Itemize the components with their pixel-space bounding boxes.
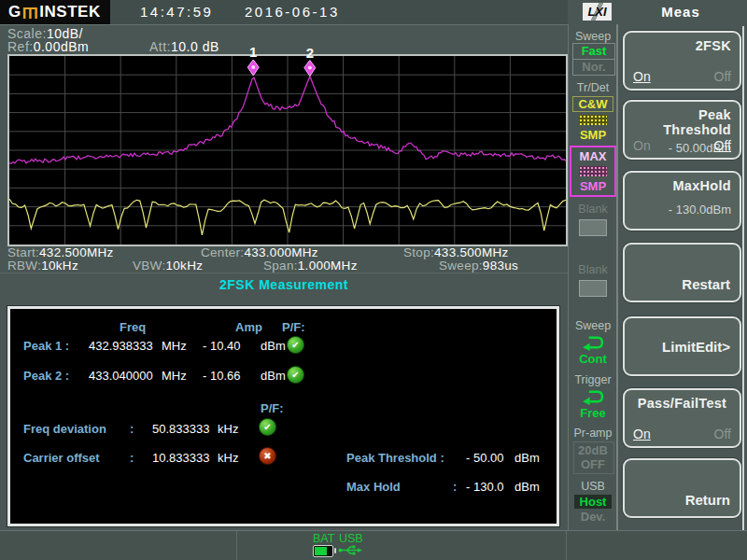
softkey-pass-fail-test[interactable]: Pass/FailTest On Off — [623, 388, 741, 448]
trace1-detector: SMP — [572, 128, 613, 142]
peak2-freq-unit: MHz — [162, 369, 187, 383]
battery-label: BAT — [313, 532, 334, 545]
freq-deviation-label: Freq deviation — [23, 422, 106, 436]
maxhold-value: - 130.0 — [466, 480, 503, 494]
col-header-freq: Freq — [120, 320, 146, 334]
stop-freq: Stop:433.500MHz — [403, 245, 509, 259]
spectrum-display: 12 — [7, 54, 568, 246]
ref-readout: Ref:0.00dBm — [7, 39, 89, 54]
col-header-amp: Amp — [235, 320, 262, 334]
ref-label: Ref: — [7, 39, 34, 54]
center-freq: Center:433.000MHz — [201, 245, 318, 259]
trace2-preview-icon — [579, 166, 607, 176]
att-label: Att: — [149, 39, 171, 54]
logo-g: G — [8, 3, 21, 21]
peak1-freq: 432.938333 — [89, 339, 153, 353]
trace2-indicator-selected: MAX SMP — [570, 146, 616, 197]
peak1-amp-unit: dBm — [261, 339, 286, 353]
trace4-preview-icon — [579, 280, 607, 297]
pf2-header: P/F: — [261, 401, 284, 415]
menu-title: Meas — [618, 4, 743, 20]
top-bar-divider — [0, 24, 568, 25]
sweep-normal: Nor. — [573, 60, 614, 75]
softkey-maxhold-title: MaxHold — [633, 178, 731, 193]
start-freq: Start:432.500MHz — [7, 245, 114, 259]
trace1-preview-icon — [579, 115, 607, 125]
free-run-loop-icon — [580, 389, 606, 405]
trace4-blank-label: Blank — [568, 263, 618, 276]
carrier-offset-unit: kHz — [218, 451, 238, 465]
trace3-blank-label: Blank — [568, 203, 618, 216]
softkey-peak-threshold[interactable]: Peak Threshold - 50.00dBm On Off — [623, 100, 741, 160]
att-value: 10.0 dB — [171, 39, 219, 54]
softkey-limit-edit-label: LimitEdit> — [662, 339, 730, 355]
peak1-label: Peak 1 : — [23, 339, 69, 353]
threshold-unit: dBm — [514, 451, 540, 465]
sweep-fast: Fast — [573, 44, 614, 60]
sweep-mode-label: Sweep — [568, 30, 618, 43]
softkey-maxhold[interactable]: MaxHold - 130.0dBm — [623, 171, 741, 231]
gwinstek-logo: GШINSTEK — [0, 0, 110, 24]
softkey-2fsk[interactable]: 2FSK On Off — [623, 31, 741, 91]
svg-text:1: 1 — [249, 44, 257, 60]
softkey-2fsk-title: 2FSK — [633, 38, 731, 53]
trigger-free-value: Free — [568, 406, 618, 420]
peak1-pass-icon: ✔ — [287, 336, 304, 354]
softkey-peak-threshold-on[interactable]: On — [633, 138, 651, 153]
usb-label: USB — [339, 532, 363, 545]
freq-deviation-value: 50.833333 — [152, 422, 209, 436]
trace1-mode: C&W — [572, 96, 613, 112]
softkey-return-label: Return — [685, 492, 730, 508]
usb-mode-label: USB — [568, 480, 618, 493]
maxhold-label: Max Hold — [346, 480, 401, 494]
trigger-label: Trigger — [568, 373, 618, 386]
softkey-peak-threshold-off[interactable]: Off — [714, 138, 731, 153]
threshold-label: Peak Threshold : — [346, 451, 444, 465]
carrier-offset-fail-icon: ✖ — [259, 447, 276, 465]
softkey-maxhold-value: - 130.0dBm — [633, 203, 731, 217]
trace-detector-label: Tr/Det — [568, 81, 618, 94]
peak2-freq: 433.040000 — [89, 369, 153, 383]
threshold-value: - 50.00 — [466, 451, 503, 465]
maxhold-unit: dBm — [514, 480, 540, 494]
sweep-trig-label: Sweep — [568, 319, 618, 332]
softkey-pass-fail-on[interactable]: On — [633, 427, 651, 441]
peak1-freq-unit: MHz — [162, 339, 187, 353]
softkey-pass-fail-off[interactable]: Off — [714, 427, 731, 441]
trace2-detector: SMP — [571, 179, 614, 193]
ref-value: 0.00dBm — [34, 39, 90, 54]
softkey-restart[interactable]: Restart — [623, 243, 741, 302]
bottom-status-bar — [0, 530, 747, 560]
preamp-label: Pr-amp — [568, 427, 618, 440]
softkey-2fsk-off[interactable]: Off — [714, 69, 731, 84]
rbw: RBW:10kHz — [7, 259, 78, 273]
softkey-restart-label: Restart — [682, 276, 730, 292]
span: Span:1.000MHz — [263, 259, 358, 273]
peak2-pass-icon: ✔ — [287, 366, 304, 384]
softkey-limit-edit[interactable]: LimitEdit> — [623, 316, 741, 376]
softkey-peak-threshold-title: Peak Threshold — [633, 107, 731, 137]
sweep-time: Sweep:983us — [439, 259, 518, 273]
measurement-title: 2FSK Measurement — [7, 277, 560, 292]
freq-deviation-pass-icon: ✔ — [259, 418, 276, 436]
logo-instek: INSTEK — [39, 3, 100, 21]
trace1-indicator: C&W SMP — [572, 96, 613, 142]
lxi-logo: LXI — [583, 3, 612, 21]
preamp-gain: 20dB — [568, 443, 618, 457]
usb-host-state: Host — [574, 495, 612, 509]
divider — [236, 531, 237, 560]
sidebar-edge — [742, 26, 744, 530]
softkey-return[interactable]: Return — [623, 458, 741, 518]
col-header-pf: P/F: — [282, 320, 305, 334]
softkey-2fsk-on[interactable]: On — [633, 69, 651, 84]
divider — [0, 273, 568, 273]
sweep-cont-value: Cont — [568, 352, 618, 366]
freq-deviation-unit: kHz — [218, 422, 238, 436]
trace3-preview-icon — [579, 219, 607, 236]
peak2-amp: - 10.66 — [203, 369, 240, 383]
peak2-label: Peak 2 : — [23, 369, 69, 383]
vbw: VBW:10kHz — [133, 259, 203, 273]
peak2-amp-unit: dBm — [261, 369, 286, 383]
measurement-panel: Freq Amp P/F: Peak 1 : 432.938333 MHz - … — [7, 306, 559, 526]
divider — [566, 531, 567, 560]
